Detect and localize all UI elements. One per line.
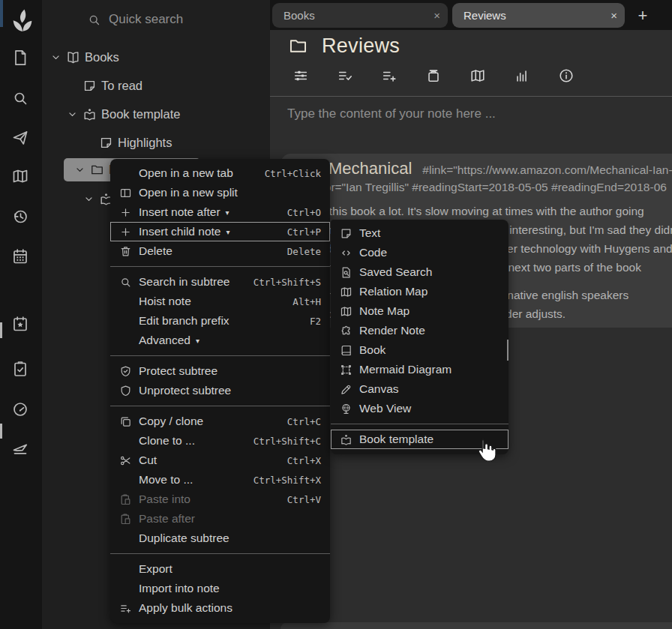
ribbon-owned-attributes-button[interactable]: [337, 67, 355, 85]
launcher-travel-button[interactable]: [11, 439, 31, 458]
tab-close-icon[interactable]: ×: [434, 9, 440, 22]
extension-icon: [338, 325, 355, 337]
paste-icon: [119, 513, 132, 526]
launcher-task-list-button[interactable]: [11, 360, 31, 379]
menu-item-apply-bulk-actions[interactable]: Apply bulk actions: [110, 598, 330, 618]
menu-item-label: Render Note: [359, 324, 425, 337]
list-plus-icon: [117, 602, 134, 615]
tree-item-to-read[interactable]: To read: [42, 73, 292, 97]
launcher-new-note-button[interactable]: [11, 49, 31, 68]
menu-item-text[interactable]: Text: [331, 223, 508, 243]
ribbon-basic-properties-button[interactable]: [292, 67, 310, 85]
menu-item-delete[interactable]: DeleteDelete: [110, 241, 330, 261]
menu-item-shortcut: Ctrl+Click: [257, 168, 321, 179]
menu-item-paste-after: Paste after: [110, 509, 330, 529]
copy-icon: [117, 415, 134, 428]
ribbon-note-info-button[interactable]: [558, 67, 576, 85]
note-icon: [338, 227, 355, 240]
paste-icon: [119, 493, 132, 506]
menu-item-label: Mermaid Diagram: [359, 363, 452, 376]
menu-item-shortcut: F2: [302, 316, 321, 327]
menu-item-book[interactable]: Book: [331, 340, 508, 360]
menu-item-saved-search[interactable]: Saved Search: [331, 262, 508, 282]
launcher-recent-changes-button[interactable]: [11, 208, 31, 227]
pen-icon: [338, 383, 355, 396]
menu-item-render-note[interactable]: Render Note: [331, 321, 508, 340]
extension-icon: [340, 325, 352, 337]
launcher-search-button[interactable]: [11, 89, 31, 109]
menu-item-duplicate-subtree[interactable]: Duplicate subtree: [110, 529, 330, 548]
menu-item-cut[interactable]: CutCtrl+X: [110, 451, 330, 470]
menu-item-canvas[interactable]: Canvas: [331, 379, 508, 399]
menu-item-mermaid-diagram[interactable]: Mermaid Diagram: [331, 360, 508, 379]
launcher-note-map-button[interactable]: [11, 167, 31, 187]
menu-item-protect-subtree[interactable]: Protect subtree: [110, 361, 330, 381]
ribbon-inherited-attributes-button[interactable]: [381, 67, 399, 85]
tab-close-icon[interactable]: ×: [610, 9, 617, 22]
menu-item-label: Relation Map: [359, 285, 428, 298]
menu-item-label: Hoist note: [139, 295, 191, 308]
menu-item-advanced[interactable]: Advanced▾: [110, 331, 330, 350]
menu-item-insert-child-note[interactable]: Insert child note▾Ctrl+P: [110, 222, 330, 241]
menu-item-label: Export: [139, 562, 172, 576]
chevron-down-icon: [50, 51, 62, 64]
menu-item-export[interactable]: Export: [110, 559, 330, 579]
tree-item-label: Books: [85, 50, 119, 64]
ribbon-similar-notes-button[interactable]: [514, 67, 532, 85]
launcher-special-date-button[interactable]: [11, 315, 31, 334]
menu-item-import-into-note[interactable]: Import into note: [110, 579, 330, 598]
menu-item-open-in-a-new-split[interactable]: Open in a new split: [110, 183, 330, 202]
new-tab-button[interactable]: +: [633, 6, 652, 25]
search-icon: [87, 13, 101, 27]
tree-item-books[interactable]: Books: [42, 45, 275, 69]
menu-item-clone-to[interactable]: Clone to ...Ctrl+Shift+C: [110, 431, 330, 451]
menu-item-book-template[interactable]: Book template: [331, 430, 508, 449]
menu-item-relation-map[interactable]: Relation Map: [331, 282, 508, 301]
menu-item-code[interactable]: Code: [331, 243, 508, 262]
submenu-scrollbar[interactable]: [507, 340, 508, 361]
note-title[interactable]: Reviews: [322, 34, 400, 58]
launcher-dashboard-button[interactable]: [11, 400, 31, 420]
ribbon-note-map-button[interactable]: [470, 67, 488, 85]
book-card-attributes: #author="Ian Tregillis" #readingStart=20…: [296, 181, 667, 194]
menu-item-copy-clone[interactable]: Copy / cloneCtrl+C: [110, 412, 330, 431]
travel-icon: [11, 439, 31, 457]
menu-item-paste-into: Paste intoCtrl+V: [110, 490, 330, 509]
tree-item-highlights[interactable]: Highlights: [42, 130, 308, 154]
menu-item-label: Search in subtree: [139, 275, 230, 289]
submenu-caret-icon: ▾: [196, 337, 200, 345]
chevron-down-icon[interactable]: [80, 193, 97, 205]
menu-item-shortcut: Ctrl+V: [280, 494, 321, 505]
chevron-down-icon[interactable]: [71, 163, 88, 176]
selection-icon: [338, 364, 355, 376]
menu-item-search-in-subtree[interactable]: Search in subtreeCtrl+Shift+S: [110, 272, 330, 292]
launcher-jump-to-note-button[interactable]: [11, 129, 31, 148]
menu-item-open-in-a-new-tab[interactable]: Open in a new tabCtrl+Click: [110, 163, 330, 183]
note-type-icon: [64, 50, 82, 64]
menu-item-hoist-note[interactable]: Hoist noteAlt+H: [110, 292, 330, 311]
tab-books[interactable]: Books ×: [272, 3, 448, 28]
similar-notes-icon: [514, 67, 532, 84]
ribbon-collections-button[interactable]: [425, 67, 443, 85]
menu-item-web-view[interactable]: Web View: [331, 399, 508, 418]
menu-item-note-map[interactable]: Note Map: [331, 301, 508, 321]
chevron-down-icon[interactable]: [64, 108, 80, 121]
trilium-logo-icon[interactable]: [8, 6, 37, 34]
tree-item-label: To read: [101, 79, 142, 93]
accent-strip: [0, 0, 3, 27]
editor-placeholder: Type the content of your note here ...: [287, 106, 496, 121]
menu-item-unprotect-subtree[interactable]: Unprotect subtree: [110, 381, 330, 400]
menu-item-move-to[interactable]: Move to ...Ctrl+Shift+X: [110, 470, 330, 490]
tab-reviews[interactable]: Reviews ×: [452, 3, 625, 28]
chevron-down-icon[interactable]: [47, 51, 64, 64]
note-type-icon: [80, 79, 98, 93]
menu-item-edit-branch-prefix[interactable]: Edit branch prefixF2: [110, 311, 330, 331]
shield-check-icon: [119, 365, 132, 378]
note-editor[interactable]: Type the content of your note here ...: [270, 97, 672, 153]
menu-item-insert-note-after[interactable]: Insert note after▾Ctrl+O: [110, 202, 330, 222]
menu-item-shortcut: Ctrl+Shift+C: [246, 436, 321, 447]
launcher-calendar-button[interactable]: [11, 247, 31, 267]
tree-item-book-template[interactable]: Book template: [42, 102, 292, 126]
book-reader-icon: [340, 433, 352, 446]
menu-separator: [110, 355, 330, 356]
